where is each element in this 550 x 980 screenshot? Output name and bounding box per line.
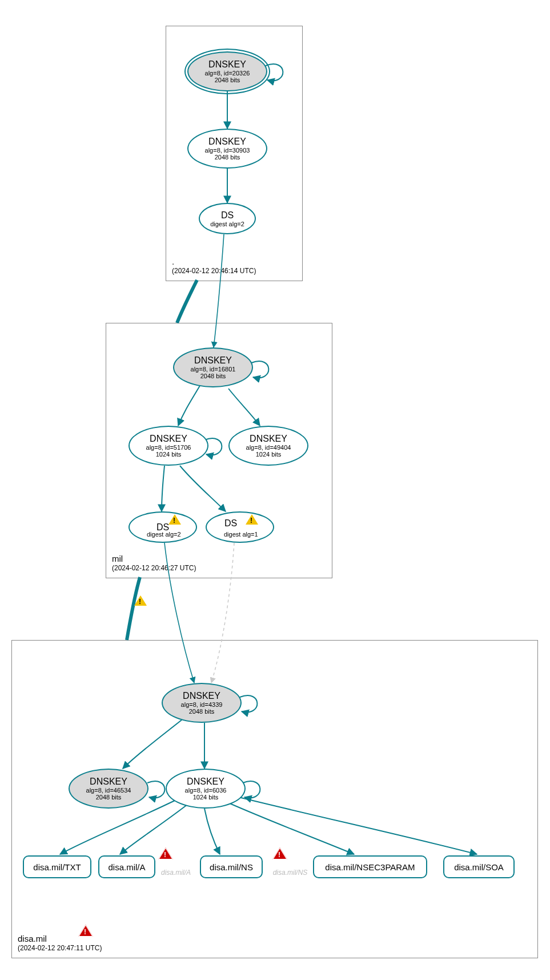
dnssec-diagram: { "zones": { "root": { "name": ".", "tim… [0,0,550,980]
ds-mil-alg1-title: DS [224,518,237,529]
dnskey-mil-ksk: DNSKEY alg=8, id=16801 2048 bits [173,347,253,387]
dnskey-root-ksk: DNSKEY alg=8, id=20326 2048 bits [187,51,267,91]
dnskey-disa-zsk: DNSKEY alg=8, id=6036 1024 bits [166,769,246,809]
rr-disa-a: disa.mil/A [98,855,155,878]
rr-disa-soa: disa.mil/SOA [443,855,515,878]
ds-mil-alg1-sub: digest alg=1 [224,531,258,538]
rr-disa-txt: disa.mil/TXT [23,855,91,878]
dnskey-disa-46534: DNSKEY alg=8, id=46534 2048 bits [69,769,148,809]
zone-root-label: . (2024-02-12 20:46:14 UTC) [172,256,256,276]
ds-mil-alg2: DS [129,511,197,543]
rr-disa-ns: disa.mil/NS [200,855,263,878]
zone-mil-label: mil (2024-02-12 20:46:27 UTC) [112,553,196,573]
ds-root: DS digest alg=2 [199,203,256,234]
dnskey-mil-49404: DNSKEY alg=8, id=49404 1024 bits [228,426,308,466]
ds-mil-alg2-sub: digest alg=2 [147,531,181,538]
dnskey-disa-ksk: DNSKEY alg=8, id=4339 2048 bits [162,683,242,723]
rr-disa-nsec3param: disa.mil/NSEC3PARAM [313,855,427,878]
dnskey-mil-51706: DNSKEY alg=8, id=51706 1024 bits [129,426,208,466]
dnskey-root-zsk: DNSKEY alg=8, id=30903 2048 bits [187,129,267,169]
ghost-disa-a: disa.mil/A [153,869,199,877]
ghost-disa-ns: disa.mil/NS [267,869,313,877]
ds-mil-alg1 [206,511,274,543]
